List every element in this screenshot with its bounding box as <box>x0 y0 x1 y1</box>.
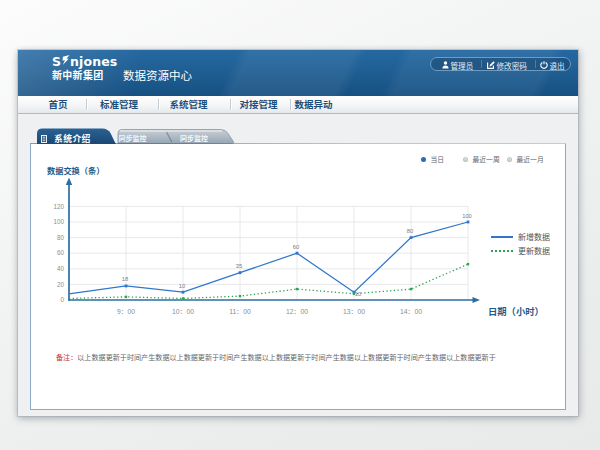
user-icon <box>442 61 449 69</box>
svg-text:80: 80 <box>407 228 413 234</box>
svg-text:14：00: 14：00 <box>400 306 422 316</box>
logout-label: 退出 <box>550 60 565 71</box>
nav-divider <box>158 99 159 110</box>
userbar-divider <box>481 60 482 68</box>
legend-line-dotted <box>491 250 513 252</box>
nav-item-standard[interactable]: 标准管理 <box>97 96 141 113</box>
svg-text:100: 100 <box>462 212 472 218</box>
main-nav: 首页 标准管理 系统管理 对接管理 数据异动 <box>18 96 578 114</box>
svg-text:10：00: 10：00 <box>172 306 194 316</box>
logo-lightning-icon <box>62 54 70 66</box>
brand-logo: Snjones 新中新集团 <box>52 55 117 81</box>
svg-text:9：00: 9：00 <box>117 306 135 316</box>
svg-text:18: 18 <box>122 276 128 282</box>
legend-update-data: 更新数据 <box>491 244 550 258</box>
nav-divider <box>230 99 231 110</box>
chart-panel: 当日 最近一周 最近一月 数据交换（条） 0204060801001209：00… <box>30 144 566 411</box>
svg-text:100: 100 <box>53 218 64 225</box>
svg-text:日期（小时）: 日期（小时） <box>488 304 544 318</box>
tab-bar: 系统介绍 同步监控 同步监控 <box>18 114 578 147</box>
app-window: Snjones 新中新集团 数据资源中心 管理员 修改密码 退出 首页 标准管理 <box>18 50 578 416</box>
svg-text:13：00: 13：00 <box>343 306 365 316</box>
brand-logo-cn: 新中新集团 <box>52 69 117 81</box>
nav-item-change[interactable]: 数据异动 <box>291 96 336 113</box>
edit-icon <box>487 61 495 69</box>
change-password-button[interactable]: 修改密码 <box>487 59 527 71</box>
legend-update-data-label: 更新数据 <box>518 245 550 256</box>
userbar-divider <box>535 60 536 68</box>
logout-button[interactable]: 退出 <box>540 59 565 71</box>
change-password-label: 修改密码 <box>497 60 527 71</box>
tab-sync-monitor-2[interactable]: 同步监控 <box>180 134 208 143</box>
page-title: 数据资源中心 <box>123 67 192 83</box>
svg-text:0: 0 <box>60 296 64 303</box>
tab-shapes <box>18 114 578 147</box>
legend-new-data-label: 新增数据 <box>518 231 550 242</box>
tab-system-intro[interactable]: 系统介绍 <box>54 134 91 143</box>
footnote-text: 以上数据更新于时间产生数据以上数据更新于时间产生数据以上数据更新于时间产生数据以… <box>77 352 496 362</box>
legend-line-solid <box>491 236 513 238</box>
line-chart: 0204060801001209：0010：0011：0012：0013：001… <box>31 144 567 344</box>
svg-text:80: 80 <box>57 233 65 240</box>
tab-sync-monitor-1[interactable]: 同步监控 <box>119 134 147 143</box>
svg-text:12：00: 12：00 <box>286 306 308 316</box>
svg-text:20: 20 <box>57 280 65 287</box>
app-header: Snjones 新中新集团 数据资源中心 管理员 修改密码 退出 <box>18 50 578 96</box>
nav-divider <box>86 99 87 110</box>
svg-text:40: 40 <box>57 265 65 272</box>
svg-text:60: 60 <box>57 249 65 256</box>
footnote: 备注：以上数据更新于时间产生数据以上数据更新于时间产生数据以上数据更新于时间产生… <box>56 352 496 362</box>
chart-legend: 新增数据 更新数据 <box>491 230 550 258</box>
user-toolbar: 管理员 修改密码 退出 <box>430 57 571 71</box>
svg-text:60: 60 <box>293 243 299 249</box>
footnote-prefix: 备注： <box>56 352 77 362</box>
nav-item-system[interactable]: 系统管理 <box>166 96 211 113</box>
nav-item-connect[interactable]: 对接管理 <box>236 96 281 113</box>
svg-text:10: 10 <box>179 282 185 288</box>
nav-item-home[interactable]: 首页 <box>36 96 80 113</box>
svg-text:11：00: 11：00 <box>229 306 251 316</box>
svg-text:35: 35 <box>236 263 242 269</box>
svg-text:120: 120 <box>53 202 64 209</box>
power-icon <box>540 61 548 69</box>
user-name-label: 管理员 <box>451 60 474 71</box>
legend-new-data: 新增数据 <box>491 230 550 244</box>
user-menu[interactable]: 管理员 <box>442 59 473 71</box>
tab-doc-icon <box>41 135 47 143</box>
